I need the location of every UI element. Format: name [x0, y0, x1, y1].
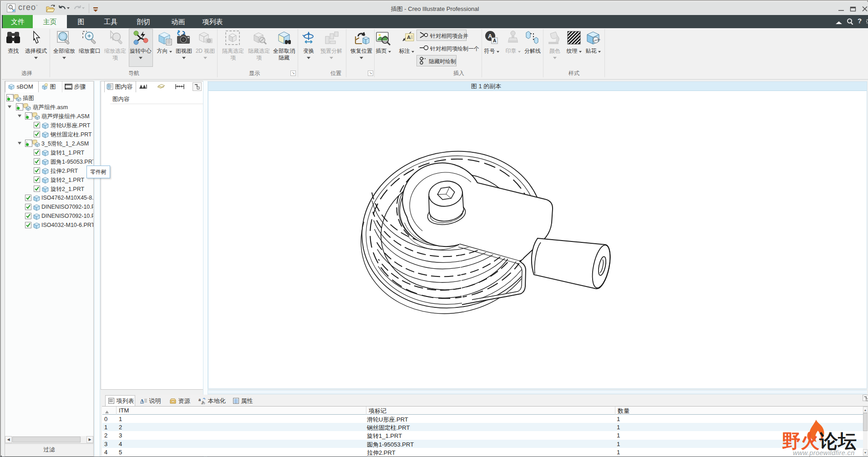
svg-text:i: i — [10, 5, 10, 9]
svg-text:A: A — [407, 35, 411, 40]
svg-text:あ: あ — [201, 400, 205, 404]
svg-text:A: A — [140, 398, 144, 403]
